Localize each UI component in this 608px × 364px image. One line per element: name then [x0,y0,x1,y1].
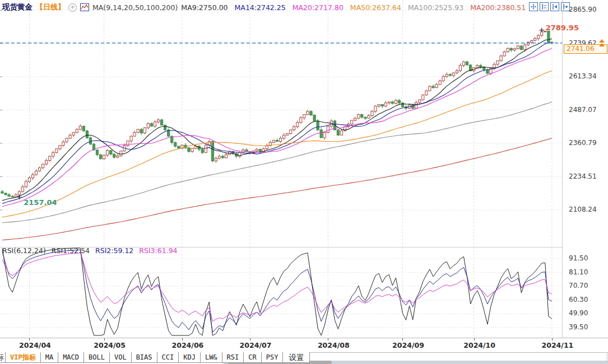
time-axis-tick [402,338,403,340]
zoom-plus-icon[interactable]: + [68,3,77,12]
rsi-axis-label: 91.50 [569,254,588,262]
indicator-tab-VIP指标[interactable]: VIP指标 [6,352,41,363]
time-axis-tick [250,338,250,340]
time-axis-tick [328,338,328,340]
indicator-tab-MA[interactable]: MA [41,352,58,363]
rsi-axis-label: 70.70 [569,282,588,290]
rsi-legend-item-0[interactable]: RSI1:52.54 [52,246,90,255]
time-axis-tick [29,338,30,340]
price-axis-label: 2865.90 [569,6,597,13]
price-axis-label: 2487.07 [569,106,597,114]
price-up-arrows-icon [599,39,605,46]
symbol-name[interactable]: 现货黄金 [2,2,33,12]
indicator-tab-PSY[interactable]: PSY [262,352,284,363]
price-axis-label: 2108.24 [569,206,597,213]
time-axis-label: 2024/07 [240,341,272,349]
indicator-tab-CCI[interactable]: CCI [157,352,179,363]
chart-toolbar [529,2,570,11]
time-axis-label: 2024/06 [172,341,204,349]
ma-legend-item-0[interactable]: MA9:2750.00 [181,3,228,12]
indicator-tab-VOL[interactable]: VOL [110,352,132,363]
rsi-axis-label: 60.30 [569,296,588,304]
rsi-legend-item-1[interactable]: RSI2:59.12 [95,246,133,255]
crosshair-move-icon[interactable] [529,2,538,11]
rsi-axis-label: 39.50 [569,323,588,331]
high-price-annotation: 2789.95 [546,24,579,32]
ma-legend-item-4[interactable]: MA100:2525.93 [408,3,463,12]
indicator-tab-MACD[interactable]: MACD [58,352,84,363]
price-axis-label: 2360.79 [569,139,597,147]
rsi-config-label[interactable]: RSI(6,12,24) [2,246,46,255]
ma-legend: MA9:2750.00MA14:2742.25MA20:2717.80MA50:… [181,3,526,12]
rsi-axis-label: 49.90 [569,309,588,317]
time-axis-label: 2024/04 [19,341,51,349]
main-price-chart[interactable] [0,0,562,247]
low-price-annotation: 2157.04 [24,198,57,207]
ma-legend-item-1[interactable]: MA14:2742.25 [235,3,286,12]
time-axis-label: 2024/10 [463,341,495,349]
rsi-header: RSI(6,12,24) RSI1:52.54RSI2:59.12RSI3:61… [2,246,178,255]
time-axis-label: 2024/11 [542,341,574,349]
indicator-tab-RSI[interactable]: RSI [222,352,244,363]
time-axis-label: 2024/09 [392,341,424,349]
axis-scale-icon[interactable] [540,2,549,11]
pan-right-icon[interactable] [561,2,570,11]
ma-config-label[interactable]: MA(9,14,20,50,100,200) [92,3,178,12]
price-axis-label: 2234.51 [569,172,597,180]
time-axis[interactable]: 2024/042024/052024/062024/072024/082024/… [0,338,608,353]
ma-legend-item-2[interactable]: MA20:2717.80 [293,3,344,12]
ma-legend-item-5[interactable]: MA200:2380.51 [470,3,526,12]
price-axis-label: 2613.34 [569,72,597,80]
indicator-tab-CR[interactable]: CR [244,352,261,363]
time-axis-label: 2024/05 [94,341,126,349]
ma-legend-item-3[interactable]: MA50:2637.64 [350,3,401,12]
period-label[interactable]: 【日线】 [36,2,65,12]
rsi-subchart[interactable] [0,247,562,338]
trading-app-window: 现货黄金 【日线】 + MA(9,14,20,50,100,200) MA9:2… [0,0,608,364]
rsi-legend: RSI1:52.54RSI2:59.12RSI3:61.94 [52,246,178,255]
rsi-axis-label: 81.10 [569,268,588,276]
indicator-tab-LW&[interactable]: LW& [201,352,222,363]
indicator-tab-bar: 标VIP指标MAMACDBOLLVOLBIASCCIKDJLW&RSICRPSY… [0,352,310,363]
time-axis-tick [552,338,553,340]
time-axis-tick [104,338,105,340]
time-axis-tick [182,338,183,340]
chart-header: 现货黄金 【日线】 + MA(9,14,20,50,100,200) MA9:2… [2,2,526,13]
indicator-tab-KDJ[interactable]: KDJ [179,352,201,363]
rsi-legend-item-2[interactable]: RSI3:61.94 [139,246,177,255]
time-axis-label: 2024/08 [318,341,350,349]
indicator-tab-BOLL[interactable]: BOLL [84,352,110,363]
time-axis-tick [474,338,475,340]
indicator-tab-BIAS[interactable]: BIAS [132,352,157,363]
axis-autofit-icon[interactable] [550,2,559,11]
indicator-tab-设置[interactable]: 设置 [283,352,310,363]
indicator-chart-icon[interactable] [80,3,89,11]
indicator-tab-partial[interactable]: 标 [0,352,6,363]
price-axis[interactable]: 2741.06 2865.902739.622613.342487.072360… [562,0,608,338]
